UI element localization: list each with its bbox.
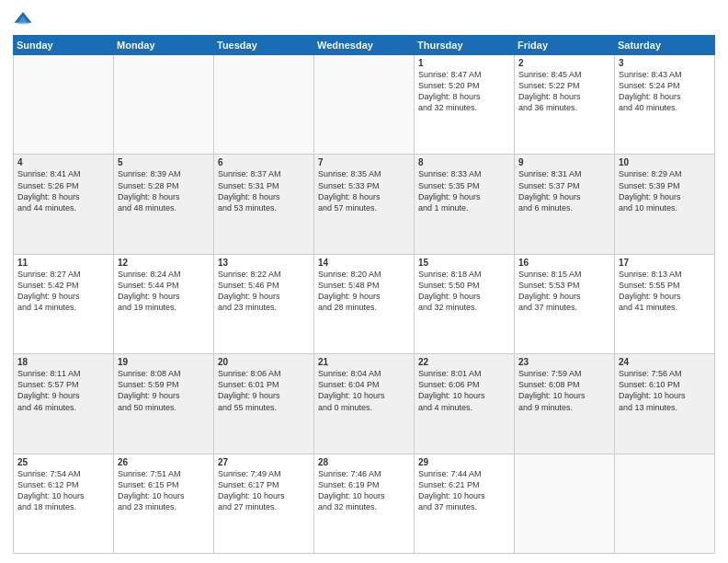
day-number: 27: [218, 457, 310, 467]
calendar-header: SundayMondayTuesdayWednesdayThursdayFrid…: [14, 36, 715, 55]
day-info: Sunrise: 7:51 AMSunset: 6:15 PMDaylight:…: [118, 468, 210, 513]
calendar-cell: 4Sunrise: 8:41 AMSunset: 5:26 PMDaylight…: [14, 155, 114, 254]
day-of-week-header: Saturday: [615, 36, 715, 55]
calendar-week-row: 25Sunrise: 7:54 AMSunset: 6:12 PMDayligh…: [14, 454, 715, 553]
day-info: Sunrise: 8:15 AMSunset: 5:53 PMDaylight:…: [518, 269, 610, 314]
calendar-cell: 26Sunrise: 7:51 AMSunset: 6:15 PMDayligh…: [114, 454, 214, 553]
day-info: Sunrise: 8:31 AMSunset: 5:37 PMDaylight:…: [518, 168, 610, 213]
day-info: Sunrise: 7:49 AMSunset: 6:17 PMDaylight:…: [218, 468, 310, 513]
calendar-cell: 29Sunrise: 7:44 AMSunset: 6:21 PMDayligh…: [415, 454, 515, 553]
calendar-cell: 9Sunrise: 8:31 AMSunset: 5:37 PMDaylight…: [515, 155, 615, 254]
calendar-body: 1Sunrise: 8:47 AMSunset: 5:20 PMDaylight…: [14, 55, 715, 554]
calendar-cell: 14Sunrise: 8:20 AMSunset: 5:48 PMDayligh…: [314, 254, 415, 353]
day-number: 28: [318, 457, 410, 467]
calendar-cell: 15Sunrise: 8:18 AMSunset: 5:50 PMDayligh…: [415, 254, 515, 353]
calendar-cell: 23Sunrise: 7:59 AMSunset: 6:08 PMDayligh…: [515, 354, 615, 454]
calendar-cell: 21Sunrise: 8:04 AMSunset: 6:04 PMDayligh…: [314, 354, 415, 454]
calendar-cell: [615, 454, 715, 553]
calendar-week-row: 11Sunrise: 8:27 AMSunset: 5:42 PMDayligh…: [14, 254, 715, 353]
day-number: 25: [17, 457, 109, 467]
calendar-cell: [214, 55, 314, 155]
day-number: 20: [218, 357, 310, 367]
calendar-cell: [314, 55, 415, 155]
day-number: 19: [118, 357, 210, 367]
day-number: 29: [418, 457, 510, 467]
calendar-cell: [515, 454, 615, 553]
day-info: Sunrise: 8:11 AMSunset: 5:57 PMDaylight:…: [17, 368, 109, 413]
calendar-week-row: 1Sunrise: 8:47 AMSunset: 5:20 PMDaylight…: [14, 55, 715, 155]
day-info: Sunrise: 8:41 AMSunset: 5:26 PMDaylight:…: [17, 168, 109, 213]
day-info: Sunrise: 7:44 AMSunset: 6:21 PMDaylight:…: [418, 468, 510, 513]
calendar: SundayMondayTuesdayWednesdayThursdayFrid…: [13, 35, 715, 554]
day-number: 12: [118, 258, 210, 268]
day-number: 3: [619, 58, 711, 68]
calendar-week-row: 18Sunrise: 8:11 AMSunset: 5:57 PMDayligh…: [14, 354, 715, 454]
day-info: Sunrise: 8:37 AMSunset: 5:31 PMDaylight:…: [218, 168, 310, 213]
day-info: Sunrise: 8:27 AMSunset: 5:42 PMDaylight:…: [17, 269, 109, 314]
calendar-cell: 28Sunrise: 7:46 AMSunset: 6:19 PMDayligh…: [314, 454, 415, 553]
day-info: Sunrise: 8:22 AMSunset: 5:46 PMDaylight:…: [218, 269, 310, 314]
calendar-cell: 27Sunrise: 7:49 AMSunset: 6:17 PMDayligh…: [214, 454, 314, 553]
calendar-cell: 11Sunrise: 8:27 AMSunset: 5:42 PMDayligh…: [14, 254, 114, 353]
day-number: 13: [218, 258, 310, 268]
day-number: 21: [318, 357, 410, 367]
day-info: Sunrise: 8:39 AMSunset: 5:28 PMDaylight:…: [118, 168, 210, 213]
day-number: 22: [418, 357, 510, 367]
logo-icon: [13, 9, 33, 29]
day-number: 6: [218, 157, 310, 167]
day-info: Sunrise: 8:35 AMSunset: 5:33 PMDaylight:…: [318, 168, 410, 213]
day-of-week-header: Friday: [515, 36, 615, 55]
calendar-cell: 20Sunrise: 8:06 AMSunset: 6:01 PMDayligh…: [214, 354, 314, 454]
calendar-cell: 22Sunrise: 8:01 AMSunset: 6:06 PMDayligh…: [415, 354, 515, 454]
calendar-cell: 10Sunrise: 8:29 AMSunset: 5:39 PMDayligh…: [615, 155, 715, 254]
day-number: 26: [118, 457, 210, 467]
day-info: Sunrise: 8:13 AMSunset: 5:55 PMDaylight:…: [619, 269, 711, 314]
calendar-week-row: 4Sunrise: 8:41 AMSunset: 5:26 PMDaylight…: [14, 155, 715, 254]
calendar-cell: 3Sunrise: 8:43 AMSunset: 5:24 PMDaylight…: [615, 55, 715, 155]
day-info: Sunrise: 8:24 AMSunset: 5:44 PMDaylight:…: [118, 269, 210, 314]
day-number: 1: [418, 58, 510, 68]
page: SundayMondayTuesdayWednesdayThursdayFrid…: [0, 0, 728, 563]
day-info: Sunrise: 8:18 AMSunset: 5:50 PMDaylight:…: [418, 269, 510, 314]
calendar-cell: 6Sunrise: 8:37 AMSunset: 5:31 PMDaylight…: [214, 155, 314, 254]
day-of-week-header: Thursday: [415, 36, 515, 55]
calendar-cell: 24Sunrise: 7:56 AMSunset: 6:10 PMDayligh…: [615, 354, 715, 454]
day-of-week-header: Tuesday: [214, 36, 314, 55]
calendar-cell: 19Sunrise: 8:08 AMSunset: 5:59 PMDayligh…: [114, 354, 214, 454]
day-number: 17: [619, 258, 711, 268]
day-number: 2: [518, 58, 610, 68]
day-of-week-header: Monday: [114, 36, 214, 55]
day-number: 18: [17, 357, 109, 367]
day-of-week-header: Wednesday: [314, 36, 415, 55]
day-info: Sunrise: 7:56 AMSunset: 6:10 PMDaylight:…: [619, 368, 711, 413]
day-info: Sunrise: 8:47 AMSunset: 5:20 PMDaylight:…: [418, 69, 510, 114]
calendar-cell: 17Sunrise: 8:13 AMSunset: 5:55 PMDayligh…: [615, 254, 715, 353]
calendar-cell: [14, 55, 114, 155]
calendar-cell: 5Sunrise: 8:39 AMSunset: 5:28 PMDaylight…: [114, 155, 214, 254]
header: [13, 9, 715, 29]
day-number: 11: [17, 258, 109, 268]
calendar-cell: 2Sunrise: 8:45 AMSunset: 5:22 PMDaylight…: [515, 55, 615, 155]
day-number: 8: [418, 157, 510, 167]
day-info: Sunrise: 7:54 AMSunset: 6:12 PMDaylight:…: [17, 468, 109, 513]
day-info: Sunrise: 8:08 AMSunset: 5:59 PMDaylight:…: [118, 368, 210, 413]
day-number: 4: [17, 157, 109, 167]
day-info: Sunrise: 8:01 AMSunset: 6:06 PMDaylight:…: [418, 368, 510, 413]
day-number: 16: [518, 258, 610, 268]
day-info: Sunrise: 7:46 AMSunset: 6:19 PMDaylight:…: [318, 468, 410, 513]
calendar-cell: 18Sunrise: 8:11 AMSunset: 5:57 PMDayligh…: [14, 354, 114, 454]
calendar-cell: 25Sunrise: 7:54 AMSunset: 6:12 PMDayligh…: [14, 454, 114, 553]
calendar-cell: [114, 55, 214, 155]
day-info: Sunrise: 7:59 AMSunset: 6:08 PMDaylight:…: [518, 368, 610, 413]
day-info: Sunrise: 8:43 AMSunset: 5:24 PMDaylight:…: [619, 69, 711, 114]
header-row: SundayMondayTuesdayWednesdayThursdayFrid…: [14, 36, 715, 55]
day-number: 5: [118, 157, 210, 167]
calendar-cell: 7Sunrise: 8:35 AMSunset: 5:33 PMDaylight…: [314, 155, 415, 254]
day-info: Sunrise: 8:33 AMSunset: 5:35 PMDaylight:…: [418, 168, 510, 213]
day-info: Sunrise: 8:04 AMSunset: 6:04 PMDaylight:…: [318, 368, 410, 413]
calendar-cell: 1Sunrise: 8:47 AMSunset: 5:20 PMDaylight…: [415, 55, 515, 155]
day-number: 24: [619, 357, 711, 367]
day-info: Sunrise: 8:20 AMSunset: 5:48 PMDaylight:…: [318, 269, 410, 314]
day-number: 15: [418, 258, 510, 268]
calendar-cell: 13Sunrise: 8:22 AMSunset: 5:46 PMDayligh…: [214, 254, 314, 353]
